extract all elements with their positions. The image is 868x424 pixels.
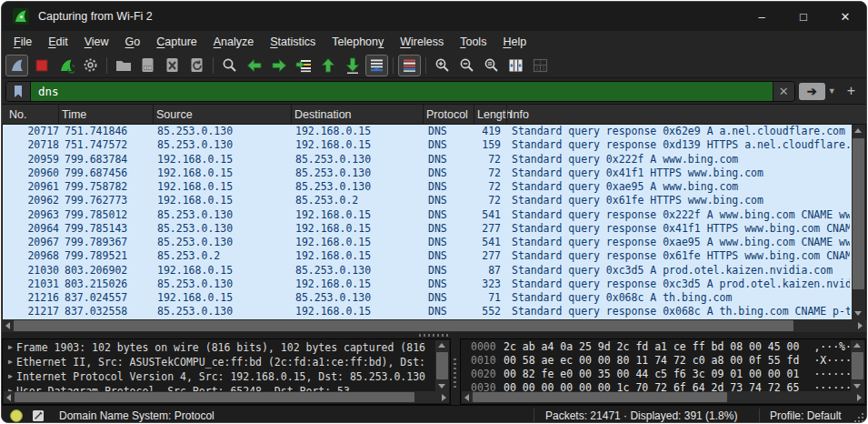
open-capture-file-icon[interactable] xyxy=(112,55,135,76)
scroll-up-icon[interactable] xyxy=(438,343,445,348)
menu-view[interactable]: View xyxy=(76,33,117,51)
status-field-info[interactable]: Domain Name System: Protocol xyxy=(59,409,215,422)
column-divider[interactable] xyxy=(153,105,154,124)
packet-row[interactable]: 21217837.03255885.253.0.130192.168.0.15D… xyxy=(3,305,852,318)
zoom-out-icon[interactable] xyxy=(455,55,478,76)
restart-capture-icon[interactable] xyxy=(55,55,77,76)
pane-splitter-vertical[interactable] xyxy=(451,338,460,405)
zoom-in-icon[interactable] xyxy=(431,55,454,76)
scroll-left-icon[interactable] xyxy=(5,322,10,329)
menu-go[interactable]: Go xyxy=(117,33,149,51)
scroll-right-icon[interactable] xyxy=(857,394,862,401)
go-to-top-icon[interactable] xyxy=(316,55,339,76)
find-packet-icon[interactable] xyxy=(218,55,241,76)
col-header-time[interactable]: Time xyxy=(62,108,86,121)
packet-row[interactable]: 20963799.78501285.253.0.130192.168.0.15D… xyxy=(3,208,852,222)
scroll-thumb[interactable] xyxy=(853,138,864,289)
go-to-bottom-icon[interactable] xyxy=(341,55,364,76)
scroll-down-icon[interactable] xyxy=(853,384,861,389)
packet-row[interactable]: 20960799.687456192.168.0.1585.253.0.130D… xyxy=(3,167,852,180)
hex-row[interactable]: 003000 00 00 00 00 00 1c 70 72 6f 64 2d … xyxy=(462,381,851,391)
expand-arrow-icon[interactable]: ▶ xyxy=(4,355,16,369)
packet-list-vscrollbar[interactable] xyxy=(852,125,865,319)
status-profile[interactable]: Profile: Default xyxy=(770,409,842,422)
zoom-reset-icon[interactable] xyxy=(480,55,503,76)
capture-comment-icon[interactable] xyxy=(32,409,45,422)
details-hscrollbar[interactable] xyxy=(4,391,449,403)
filter-dropdown-caret-icon[interactable]: ▼ xyxy=(828,86,836,96)
scroll-left-icon[interactable] xyxy=(6,394,11,401)
menu-help[interactable]: Help xyxy=(494,33,534,51)
hex-vscrollbar[interactable] xyxy=(851,340,864,391)
hex-row[interactable]: 00002c ab a4 0a 25 9d 2c fd a1 ce ff bd … xyxy=(462,340,851,354)
scroll-right-icon[interactable] xyxy=(442,394,446,401)
scroll-up-icon[interactable] xyxy=(854,128,862,133)
expand-arrow-icon[interactable]: ▶ xyxy=(4,369,16,384)
column-divider[interactable] xyxy=(291,105,292,124)
expand-arrow-icon[interactable]: ▶ xyxy=(4,384,16,391)
resize-grip[interactable] xyxy=(853,412,864,423)
maximize-button[interactable]: □ xyxy=(783,2,824,31)
go-to-packet-icon[interactable] xyxy=(292,55,314,76)
packet-row[interactable]: 20968799.78952185.253.0.2192.168.0.15DNS… xyxy=(3,249,852,263)
details-vscrollbar[interactable] xyxy=(435,340,449,391)
stop-capture-icon[interactable] xyxy=(30,55,53,76)
scroll-thumb[interactable] xyxy=(852,352,863,379)
menu-statistics[interactable]: Statistics xyxy=(262,33,324,51)
filter-add-button[interactable]: + xyxy=(840,83,863,99)
packet-row[interactable]: 20717751.74184685.253.0.130192.168.0.15D… xyxy=(3,125,852,138)
menu-file[interactable]: File xyxy=(5,33,40,51)
menu-tools[interactable]: Tools xyxy=(452,33,494,51)
col-header-destination[interactable]: Destination xyxy=(294,108,352,121)
column-divider[interactable] xyxy=(58,105,59,124)
save-capture-file-icon[interactable]: 010 xyxy=(136,55,159,76)
col-header-info[interactable]: Info xyxy=(510,108,529,121)
menu-capture[interactable]: Capture xyxy=(148,33,205,51)
filter-clear-button[interactable]: ✕ xyxy=(773,82,794,101)
scroll-down-icon[interactable] xyxy=(854,311,862,316)
expand-arrow-icon[interactable]: ▶ xyxy=(4,340,16,355)
scroll-thumb[interactable] xyxy=(15,392,414,402)
column-divider[interactable] xyxy=(423,105,424,124)
column-divider[interactable] xyxy=(506,105,507,124)
packet-row[interactable]: 21030803.206902192.168.0.1585.253.0.130D… xyxy=(3,264,852,278)
hex-row[interactable]: 002000 82 fe e0 00 35 00 44 c5 f6 3c 09 … xyxy=(462,368,851,381)
detail-row[interactable]: ▶Frame 1903: 102 bytes on wire (816 bits… xyxy=(4,340,435,355)
colorize-packets-icon[interactable] xyxy=(398,55,421,76)
scroll-thumb[interactable] xyxy=(436,352,448,379)
menu-telephony[interactable]: Telephony xyxy=(324,33,392,51)
detail-row[interactable]: ▶Ethernet II, Src: ASUSTekCOMPU_ce:ff:bd… xyxy=(4,355,435,369)
scroll-thumb[interactable] xyxy=(473,392,727,402)
packet-row[interactable]: 21031803.21502685.253.0.130192.168.0.15D… xyxy=(3,278,852,291)
packet-list-hscrollbar[interactable] xyxy=(2,319,866,332)
menu-analyze[interactable]: Analyze xyxy=(205,33,262,51)
packet-row[interactable]: 20967799.78936785.253.0.130192.168.0.15D… xyxy=(3,236,852,249)
packet-row[interactable]: 21216837.024557192.168.0.1585.253.0.130D… xyxy=(3,291,852,305)
col-header-protocol[interactable]: Protocol xyxy=(426,108,468,121)
display-filter-input[interactable]: dns xyxy=(31,82,773,101)
col-header-source[interactable]: Source xyxy=(156,108,193,121)
go-back-icon[interactable] xyxy=(243,55,265,76)
packet-row[interactable]: 20964799.78514385.253.0.130192.168.0.15D… xyxy=(3,222,852,236)
minimize-button[interactable]: – xyxy=(741,2,783,31)
detail-row[interactable]: ▶Internet Protocol Version 4, Src: 192.1… xyxy=(4,369,435,384)
packet-row[interactable]: 20959799.683784192.168.0.1585.253.0.130D… xyxy=(3,153,852,167)
filter-bookmark-button[interactable] xyxy=(6,82,31,101)
detail-row[interactable]: ▶User Datagram Protocol, Src Port: 65248… xyxy=(4,384,435,391)
capture-options-icon[interactable] xyxy=(79,55,102,76)
scroll-down-icon[interactable] xyxy=(438,384,445,389)
packet-row[interactable]: 20718751.74757285.253.0.130192.168.0.15D… xyxy=(3,138,852,152)
scroll-thumb[interactable] xyxy=(14,320,793,331)
go-forward-icon[interactable] xyxy=(267,55,290,76)
menu-edit[interactable]: Edit xyxy=(40,33,76,51)
filter-apply-button[interactable]: ➔ xyxy=(799,83,825,100)
scroll-up-icon[interactable] xyxy=(853,343,861,348)
column-divider[interactable] xyxy=(474,105,474,124)
resize-columns-icon[interactable] xyxy=(504,55,527,76)
pane-splitter-horizontal[interactable] xyxy=(2,332,866,338)
start-capture-icon[interactable] xyxy=(5,55,28,76)
menu-wireless[interactable]: Wireless xyxy=(392,33,452,51)
hex-hscrollbar[interactable] xyxy=(462,391,864,403)
reload-capture-file-icon[interactable] xyxy=(185,55,208,76)
close-capture-file-icon[interactable] xyxy=(161,55,184,76)
